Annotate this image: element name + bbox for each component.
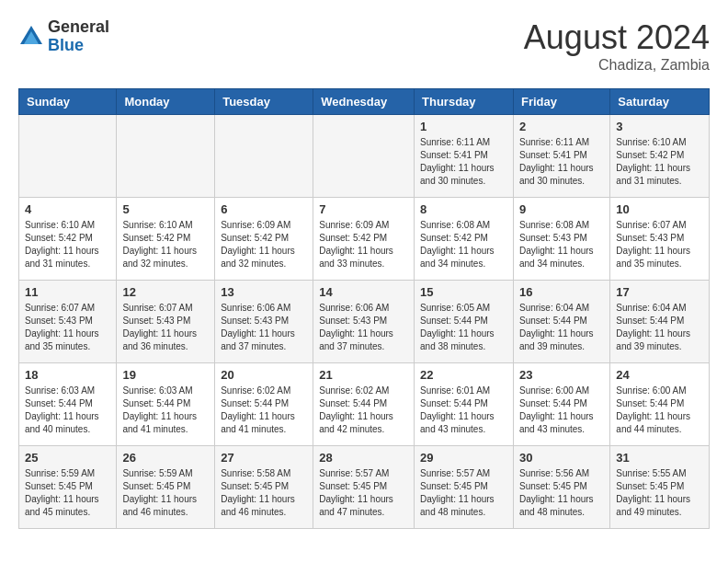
day-number: 5 (122, 202, 209, 216)
day-info: Sunrise: 6:03 AM Sunset: 5:44 PM Dayligh… (122, 385, 209, 436)
day-info: Sunrise: 6:06 AM Sunset: 5:43 PM Dayligh… (221, 302, 307, 353)
day-info: Sunrise: 6:10 AM Sunset: 5:42 PM Dayligh… (122, 219, 209, 270)
day-info: Sunrise: 6:02 AM Sunset: 5:44 PM Dayligh… (221, 385, 307, 436)
day-cell: 20Sunrise: 6:02 AM Sunset: 5:44 PM Dayli… (215, 363, 313, 446)
day-number: 31 (616, 451, 703, 465)
calendar-body: 1Sunrise: 6:11 AM Sunset: 5:41 PM Daylig… (19, 115, 710, 529)
day-number: 18 (25, 368, 110, 382)
day-info: Sunrise: 5:58 AM Sunset: 5:45 PM Dayligh… (221, 467, 307, 519)
day-cell: 13Sunrise: 6:06 AM Sunset: 5:43 PM Dayli… (215, 281, 313, 363)
day-cell: 17Sunrise: 6:04 AM Sunset: 5:44 PM Dayli… (610, 281, 710, 363)
day-cell: 16Sunrise: 6:04 AM Sunset: 5:44 PM Dayli… (513, 281, 609, 363)
day-number: 9 (519, 202, 604, 216)
day-info: Sunrise: 6:08 AM Sunset: 5:42 PM Dayligh… (420, 219, 507, 270)
day-info: Sunrise: 5:55 AM Sunset: 5:45 PM Dayligh… (616, 467, 703, 519)
week-row-1: 1Sunrise: 6:11 AM Sunset: 5:41 PM Daylig… (19, 115, 710, 198)
location-title: Chadiza, Zambia (524, 57, 710, 74)
week-row-4: 18Sunrise: 6:03 AM Sunset: 5:44 PM Dayli… (19, 363, 710, 446)
day-info: Sunrise: 5:57 AM Sunset: 5:45 PM Dayligh… (420, 467, 507, 519)
day-info: Sunrise: 6:00 AM Sunset: 5:44 PM Dayligh… (519, 385, 604, 436)
week-row-5: 25Sunrise: 5:59 AM Sunset: 5:45 PM Dayli… (19, 446, 710, 529)
day-number: 7 (319, 202, 408, 216)
day-cell: 23Sunrise: 6:00 AM Sunset: 5:44 PM Dayli… (513, 363, 609, 446)
day-cell: 30Sunrise: 5:56 AM Sunset: 5:45 PM Dayli… (513, 446, 609, 529)
day-number: 3 (616, 120, 703, 133)
header-cell-tuesday: Tuesday (215, 89, 313, 115)
day-number: 11 (25, 285, 110, 299)
day-cell: 4Sunrise: 6:10 AM Sunset: 5:42 PM Daylig… (19, 198, 117, 281)
day-info: Sunrise: 6:06 AM Sunset: 5:43 PM Dayligh… (319, 302, 408, 353)
day-number: 29 (420, 451, 507, 465)
day-number: 14 (319, 285, 408, 299)
day-number: 19 (122, 368, 209, 382)
day-info: Sunrise: 6:07 AM Sunset: 5:43 PM Dayligh… (616, 219, 703, 270)
day-number: 20 (221, 368, 307, 382)
day-number: 6 (221, 202, 307, 216)
logo-general: General (48, 18, 109, 37)
day-cell: 14Sunrise: 6:06 AM Sunset: 5:43 PM Dayli… (313, 281, 415, 363)
day-cell: 25Sunrise: 5:59 AM Sunset: 5:45 PM Dayli… (19, 446, 117, 529)
day-number: 28 (319, 451, 408, 465)
month-title: August 2024 (524, 18, 710, 57)
day-cell (19, 115, 117, 198)
day-cell: 1Sunrise: 6:11 AM Sunset: 5:41 PM Daylig… (415, 115, 514, 198)
day-number: 13 (221, 285, 307, 299)
day-number: 1 (420, 120, 507, 133)
day-number: 27 (221, 451, 307, 465)
day-cell: 18Sunrise: 6:03 AM Sunset: 5:44 PM Dayli… (19, 363, 117, 446)
day-info: Sunrise: 6:04 AM Sunset: 5:44 PM Dayligh… (519, 302, 604, 353)
header-row: SundayMondayTuesdayWednesdayThursdayFrid… (19, 89, 710, 115)
header-cell-wednesday: Wednesday (313, 89, 415, 115)
day-number: 2 (519, 120, 604, 133)
day-info: Sunrise: 6:08 AM Sunset: 5:43 PM Dayligh… (519, 219, 604, 270)
day-number: 8 (420, 202, 507, 216)
day-number: 15 (420, 285, 507, 299)
day-info: Sunrise: 5:59 AM Sunset: 5:45 PM Dayligh… (122, 467, 209, 519)
day-cell (313, 115, 415, 198)
logo-blue: Blue (48, 37, 109, 55)
day-info: Sunrise: 5:56 AM Sunset: 5:45 PM Dayligh… (519, 467, 604, 519)
day-info: Sunrise: 6:07 AM Sunset: 5:43 PM Dayligh… (122, 302, 209, 353)
day-info: Sunrise: 6:07 AM Sunset: 5:43 PM Dayligh… (25, 302, 110, 353)
day-cell (117, 115, 215, 198)
day-number: 22 (420, 368, 507, 382)
day-info: Sunrise: 6:10 AM Sunset: 5:42 PM Dayligh… (25, 219, 110, 270)
day-cell: 11Sunrise: 6:07 AM Sunset: 5:43 PM Dayli… (19, 281, 117, 363)
day-info: Sunrise: 6:01 AM Sunset: 5:44 PM Dayligh… (420, 385, 507, 436)
day-info: Sunrise: 6:04 AM Sunset: 5:44 PM Dayligh… (616, 302, 703, 353)
logo: General Blue (18, 18, 109, 55)
page-header: General Blue August 2024 Chadiza, Zambia (18, 18, 710, 74)
day-number: 12 (122, 285, 209, 299)
calendar-table: SundayMondayTuesdayWednesdayThursdayFrid… (18, 88, 710, 529)
logo-text: General Blue (48, 18, 109, 55)
day-cell: 27Sunrise: 5:58 AM Sunset: 5:45 PM Dayli… (215, 446, 313, 529)
day-cell: 9Sunrise: 6:08 AM Sunset: 5:43 PM Daylig… (513, 198, 609, 281)
day-info: Sunrise: 6:05 AM Sunset: 5:44 PM Dayligh… (420, 302, 507, 353)
day-info: Sunrise: 6:03 AM Sunset: 5:44 PM Dayligh… (25, 385, 110, 436)
day-cell: 7Sunrise: 6:09 AM Sunset: 5:42 PM Daylig… (313, 198, 415, 281)
day-cell: 28Sunrise: 5:57 AM Sunset: 5:45 PM Dayli… (313, 446, 415, 529)
day-cell: 22Sunrise: 6:01 AM Sunset: 5:44 PM Dayli… (415, 363, 514, 446)
logo-icon (18, 24, 44, 50)
day-cell: 10Sunrise: 6:07 AM Sunset: 5:43 PM Dayli… (610, 198, 710, 281)
day-info: Sunrise: 5:59 AM Sunset: 5:45 PM Dayligh… (25, 467, 110, 519)
day-number: 17 (616, 285, 703, 299)
header-cell-sunday: Sunday (19, 89, 117, 115)
day-cell: 29Sunrise: 5:57 AM Sunset: 5:45 PM Dayli… (415, 446, 514, 529)
header-cell-thursday: Thursday (415, 89, 514, 115)
day-cell: 6Sunrise: 6:09 AM Sunset: 5:42 PM Daylig… (215, 198, 313, 281)
day-info: Sunrise: 6:00 AM Sunset: 5:44 PM Dayligh… (616, 385, 703, 436)
header-cell-friday: Friday (513, 89, 609, 115)
day-cell (215, 115, 313, 198)
day-info: Sunrise: 6:09 AM Sunset: 5:42 PM Dayligh… (221, 219, 307, 270)
day-number: 25 (25, 451, 110, 465)
day-cell: 8Sunrise: 6:08 AM Sunset: 5:42 PM Daylig… (415, 198, 514, 281)
day-number: 30 (519, 451, 604, 465)
day-info: Sunrise: 6:11 AM Sunset: 5:41 PM Dayligh… (519, 136, 604, 188)
day-info: Sunrise: 6:10 AM Sunset: 5:42 PM Dayligh… (616, 136, 703, 188)
title-block: August 2024 Chadiza, Zambia (524, 18, 710, 74)
day-cell: 31Sunrise: 5:55 AM Sunset: 5:45 PM Dayli… (610, 446, 710, 529)
day-cell: 19Sunrise: 6:03 AM Sunset: 5:44 PM Dayli… (117, 363, 215, 446)
day-number: 23 (519, 368, 604, 382)
day-number: 16 (519, 285, 604, 299)
